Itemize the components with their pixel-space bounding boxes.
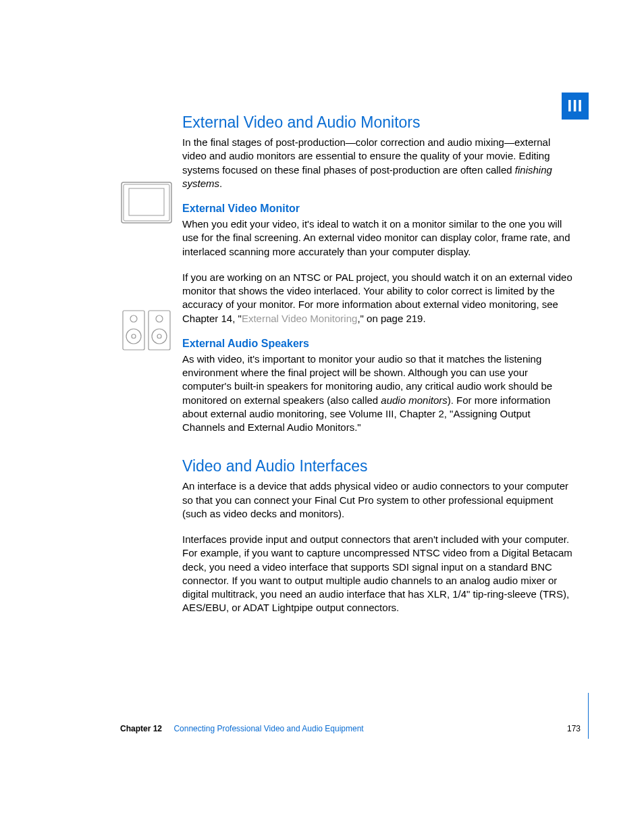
heading-external-video-monitor: External Video Monitor <box>120 203 572 215</box>
speakers-icon <box>120 309 174 351</box>
section1-intro: In the final stages of post-production—c… <box>120 136 572 190</box>
footer-left: Chapter 12 Connecting Professional Video… <box>120 724 364 733</box>
svg-point-6 <box>132 334 136 338</box>
svg-point-9 <box>152 329 167 344</box>
external-video-monitor-p2-post: ," on page 219. <box>357 313 425 324</box>
footer-chapter-title: Connecting Professional Video and Audio … <box>173 724 363 733</box>
heading-external-audio-speakers: External Audio Speakers <box>120 338 572 350</box>
video-audio-interfaces-p1: An interface is a device that adds physi… <box>120 479 572 521</box>
svg-point-10 <box>157 334 161 338</box>
part-tab-label: III <box>567 97 583 115</box>
heading-video-audio-interfaces: Video and Audio Interfaces <box>120 457 572 475</box>
margin-rule <box>588 693 589 739</box>
link-external-video-monitoring[interactable]: External Video Monitoring <box>242 313 358 324</box>
content-area: External Video and Audio Monitors In the… <box>120 113 572 627</box>
video-audio-interfaces-p2: Interfaces provide input and output conn… <box>120 533 572 615</box>
section1-intro-post: . <box>219 178 222 189</box>
monitor-icon <box>120 181 174 224</box>
page: III External Video and Audio Monitors In… <box>0 0 644 834</box>
external-video-monitor-p2: If you are working on an NTSC or PAL pro… <box>120 271 572 325</box>
page-footer: Chapter 12 Connecting Professional Video… <box>120 724 581 733</box>
svg-point-5 <box>126 329 141 344</box>
external-audio-speakers-p1-italic: audio monitors <box>381 394 447 406</box>
heading-external-video-audio-monitors: External Video and Audio Monitors <box>120 113 572 132</box>
external-video-monitor-p1: When you edit your video, it's ideal to … <box>120 217 572 259</box>
footer-chapter-label: Chapter 12 <box>120 724 162 733</box>
svg-point-4 <box>130 315 137 322</box>
svg-point-8 <box>156 315 163 322</box>
external-audio-speakers-p1: As with video, it's important to monitor… <box>120 353 572 435</box>
svg-rect-2 <box>129 188 164 215</box>
section1-intro-pre: In the final stages of post-production—c… <box>182 136 550 176</box>
footer-page-number: 173 <box>567 724 581 733</box>
